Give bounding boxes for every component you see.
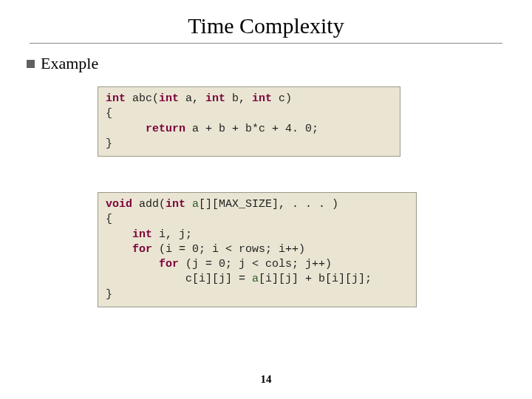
kw-for: for — [159, 258, 179, 270]
code-block-add: void add(int a[][MAX_SIZE], . . . ) { in… — [98, 192, 417, 307]
kw-int: int — [132, 228, 152, 241]
page-title: Time Complexity — [30, 13, 502, 38]
kw-int: int — [166, 198, 185, 211]
slide: Time Complexity Example int abc(int a, i… — [0, 0, 532, 399]
bullet-text: Example — [41, 54, 98, 73]
code-text: c[i][j] = — [106, 273, 252, 285]
code-text: a, — [179, 92, 205, 105]
code-text: [][MAX_SIZE], . . . ) — [199, 198, 338, 211]
code-text: } — [106, 137, 112, 150]
page-number: 14 — [0, 373, 532, 386]
code-text: a + b + b*c + 4. 0; — [185, 123, 318, 135]
code-block-abc: int abc(int a, int b, int c) { return a … — [98, 86, 400, 157]
code-text: i, j; — [152, 228, 192, 241]
code-text: abc( — [126, 92, 159, 105]
square-bullet-icon — [27, 60, 35, 68]
code-text: { — [106, 213, 112, 225]
code-text: { — [106, 107, 112, 120]
kw-int: int — [106, 92, 126, 105]
kw-int: int — [252, 92, 272, 105]
code-text — [185, 198, 192, 211]
kw-int: int — [159, 92, 179, 105]
code-text — [106, 228, 132, 241]
code-text: (i = 0; i < rows; i++) — [152, 243, 305, 256]
bullet-row: Example — [27, 54, 502, 73]
code-text: (j = 0; j < cols; j++) — [179, 258, 332, 270]
title-rule — [30, 43, 502, 44]
code-text: add( — [132, 198, 166, 211]
code-text: } — [106, 288, 112, 301]
ident-a: a — [252, 273, 259, 285]
code-text: b, — [225, 92, 252, 105]
kw-for: for — [132, 243, 152, 256]
kw-int: int — [205, 92, 225, 105]
code-text — [106, 243, 132, 256]
kw-return: return — [146, 123, 185, 135]
code-text — [106, 123, 146, 135]
code-text: c) — [272, 92, 292, 105]
kw-void: void — [106, 198, 132, 211]
code-text: [i][j] + b[i][j]; — [259, 273, 372, 285]
ident-a: a — [192, 198, 199, 211]
code-text — [106, 258, 159, 270]
